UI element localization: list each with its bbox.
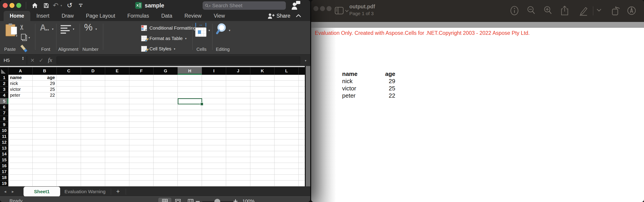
cell-L6[interactable]	[274, 104, 299, 110]
cell-D4[interactable]	[81, 92, 105, 98]
cell-A6[interactable]	[8, 104, 32, 110]
cell-B4[interactable]: 22	[32, 92, 57, 98]
cut-icon[interactable]: ✂	[18, 24, 26, 30]
cell-E15[interactable]	[105, 157, 129, 163]
cell-D8[interactable]	[81, 116, 105, 122]
chevron-down-icon[interactable]	[596, 8, 602, 13]
toolbar-overflow-icon[interactable]: ▾	[77, 0, 84, 11]
cell-A8[interactable]	[8, 116, 32, 122]
cell-partial-18[interactable]	[299, 175, 305, 181]
name-box[interactable]: H5	[4, 55, 10, 66]
cell-J10[interactable]	[226, 128, 250, 134]
cell-H18[interactable]	[178, 175, 202, 181]
cell-B15[interactable]	[32, 157, 57, 163]
cell-C11[interactable]	[57, 134, 81, 139]
cell-J16[interactable]	[226, 163, 250, 169]
cell-D12[interactable]	[81, 139, 105, 145]
cell-K3[interactable]	[250, 87, 274, 92]
cell-D1[interactable]	[81, 75, 105, 81]
cell-A19[interactable]	[8, 181, 32, 187]
cell-G13[interactable]	[154, 145, 178, 151]
cell-C1[interactable]	[57, 75, 81, 81]
cell-K16[interactable]	[250, 163, 274, 169]
cell-F1[interactable]	[129, 75, 154, 81]
cell-partial-19[interactable]	[299, 181, 305, 187]
cell-K5[interactable]	[250, 98, 274, 104]
cell-H14[interactable]	[178, 151, 202, 157]
cell-G6[interactable]	[154, 104, 178, 110]
cell-A17[interactable]	[8, 169, 32, 175]
cell-J6[interactable]	[226, 104, 250, 110]
page-layout-view-icon[interactable]	[175, 199, 181, 202]
pen-nib-circle-icon[interactable]	[626, 5, 637, 17]
cell-K19[interactable]	[250, 181, 274, 187]
cell-G10[interactable]	[154, 128, 178, 134]
cell-H11[interactable]	[178, 134, 202, 139]
cell-F13[interactable]	[129, 145, 154, 151]
cell-A5[interactable]	[8, 98, 32, 104]
cell-H17[interactable]	[178, 169, 202, 175]
column-header-F[interactable]: F	[129, 67, 154, 75]
close-button[interactable]	[314, 6, 318, 11]
cell-E18[interactable]	[105, 175, 129, 181]
cell-L16[interactable]	[274, 163, 299, 169]
cell-H10[interactable]	[178, 128, 202, 134]
column-header-A[interactable]: A	[8, 67, 32, 75]
zoom-out-button[interactable]	[196, 201, 200, 202]
sidebar-chevron-icon[interactable]	[345, 9, 349, 13]
cell-I6[interactable]	[202, 104, 226, 110]
cell-A16[interactable]	[8, 163, 32, 169]
zoom-out-icon[interactable]	[526, 5, 536, 16]
cell-F15[interactable]	[129, 157, 154, 163]
cell-C15[interactable]	[57, 157, 81, 163]
save-icon[interactable]	[42, 0, 51, 11]
cell-E16[interactable]	[105, 163, 129, 169]
cell-A14[interactable]	[8, 151, 32, 157]
cell-H7[interactable]	[178, 110, 202, 116]
cell-L8[interactable]	[274, 116, 299, 122]
fill-handle[interactable]	[200, 103, 203, 105]
font-dropdown-icon[interactable]: ▾	[52, 27, 54, 31]
cell-I11[interactable]	[202, 134, 226, 139]
cell-G3[interactable]	[154, 87, 178, 92]
rotate-left-icon[interactable]	[610, 5, 622, 17]
cell-C17[interactable]	[57, 169, 81, 175]
cell-F17[interactable]	[129, 169, 154, 175]
cell-L18[interactable]	[274, 175, 299, 181]
row-header-1[interactable]: 1	[0, 75, 8, 81]
cell-C14[interactable]	[57, 151, 81, 157]
cell-K4[interactable]	[250, 92, 274, 98]
column-header-C[interactable]: C	[57, 67, 81, 75]
cell-D13[interactable]	[81, 145, 105, 151]
cell-F18[interactable]	[129, 175, 154, 181]
cell-A13[interactable]	[8, 145, 32, 151]
column-header-D[interactable]: D	[81, 67, 105, 75]
cell-F11[interactable]	[129, 134, 154, 139]
cell-E8[interactable]	[105, 116, 129, 122]
cell-K17[interactable]	[250, 169, 274, 175]
cell-H19[interactable]	[178, 181, 202, 187]
collapse-ribbon-icon[interactable]	[296, 14, 301, 18]
search-input[interactable]	[212, 2, 284, 9]
row-header-8[interactable]: 8	[0, 116, 8, 122]
cell-A2[interactable]: nick	[8, 81, 32, 87]
cell-partial-4[interactable]	[299, 92, 305, 98]
cell-A9[interactable]	[8, 122, 32, 128]
row-header-6[interactable]: 6	[0, 104, 8, 110]
number-format-icon[interactable]: %	[84, 22, 92, 33]
row-header-5[interactable]: 5	[0, 98, 8, 104]
cell-I13[interactable]	[202, 145, 226, 151]
zoom-window-button[interactable]	[326, 6, 332, 11]
row-header-2[interactable]: 2	[0, 81, 8, 87]
cell-I10[interactable]	[202, 128, 226, 134]
cell-G7[interactable]	[154, 110, 178, 116]
copy-icon[interactable]	[22, 35, 27, 41]
cell-J8[interactable]	[226, 116, 250, 122]
cell-L9[interactable]	[274, 122, 299, 128]
formula-input[interactable]	[56, 56, 300, 64]
cell-I5[interactable]	[202, 98, 226, 104]
cell-C6[interactable]	[57, 104, 81, 110]
tab-formulas[interactable]: Formulas	[121, 11, 155, 21]
cell-A11[interactable]	[8, 134, 32, 139]
cell-D15[interactable]	[81, 157, 105, 163]
